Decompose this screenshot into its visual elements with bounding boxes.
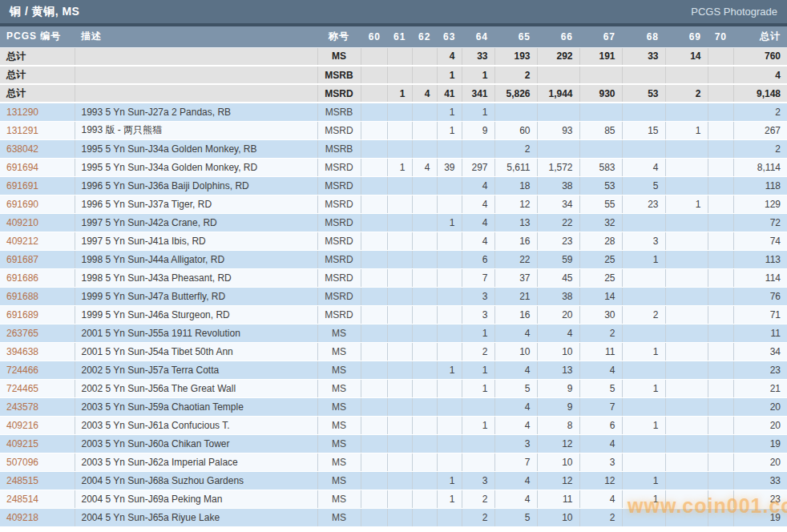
description-cell: [75, 84, 317, 103]
pcgs-number-link[interactable]: 394638: [0, 342, 75, 361]
summary-row: 总计MSRB1124: [0, 66, 787, 84]
designation-cell: MSRB: [317, 66, 361, 84]
grade-65-count-cell: 13: [494, 213, 537, 232]
grade-64-count-cell: 4: [462, 176, 494, 195]
grade-69-count-cell: [665, 103, 708, 121]
grade-63-count-cell: [437, 416, 462, 434]
grade-65-count-cell: 21: [494, 287, 537, 305]
grade-67-count-cell: 32: [579, 213, 622, 232]
total-count-cell: 2: [733, 139, 787, 158]
grade-60-count-cell: [361, 213, 387, 232]
designation-cell: MS: [317, 397, 361, 416]
grade-65-count-cell: 5: [494, 379, 537, 397]
pcgs-number-link[interactable]: 243578: [0, 397, 75, 416]
grade-63-count-cell: [437, 508, 462, 526]
pcgs-number-link[interactable]: 691689: [0, 305, 75, 324]
pcgs-number-link[interactable]: 638042: [0, 139, 75, 158]
pcgs-number-link[interactable]: 724466: [0, 361, 75, 379]
grade-70-count-cell: [708, 416, 733, 434]
designation-cell: MS: [317, 453, 361, 471]
pcgs-number-link[interactable]: 691686: [0, 268, 75, 287]
grade-61-count-cell: [387, 490, 412, 508]
designation-cell: MSRD: [317, 195, 361, 213]
description-cell: 2004 5 Yn Sun-J68a Suzhou Gardens: [75, 471, 317, 490]
pcgs-number-link[interactable]: 691688: [0, 287, 75, 305]
pcgs-number-link[interactable]: 131290: [0, 103, 75, 121]
grade-63-count-cell: 1: [437, 121, 462, 139]
grade-61-count-cell: [387, 379, 412, 397]
grade-69-count-cell: [665, 66, 708, 84]
table-row: 5070962003 5 Yn Sun-J62a Imperial Palace…: [0, 453, 787, 471]
total-count-cell: 74: [733, 232, 787, 250]
designation-cell: MSRD: [317, 121, 361, 139]
pcgs-number-link[interactable]: 248515: [0, 471, 75, 490]
grade-65-count-cell: 37: [494, 268, 537, 287]
pcgs-number-link[interactable]: 263765: [0, 324, 75, 342]
grade-67-count-cell: [579, 139, 622, 158]
pcgs-number-link[interactable]: 409215: [0, 434, 75, 453]
grade-68-count-cell: [622, 453, 665, 471]
total-count-cell: 8,114: [733, 158, 787, 176]
pcgs-photograde-link[interactable]: PCGS Photograde: [691, 6, 777, 18]
pcgs-number-link[interactable]: 691687: [0, 250, 75, 268]
grade-62-count-cell: [412, 121, 437, 139]
grade-62-count-cell: [412, 287, 437, 305]
grade-70-count-cell: [708, 103, 733, 121]
grade-67-count-cell: 25: [579, 250, 622, 268]
grade-70-count-cell: [708, 232, 733, 250]
pcgs-number-link[interactable]: 691690: [0, 195, 75, 213]
grade-66-count-cell: 59: [537, 250, 579, 268]
grade-63-count-cell: [437, 139, 462, 158]
grade-67-count-cell: 25: [579, 268, 622, 287]
grade-69-count-cell: [665, 305, 708, 324]
grade-62-count-cell: [412, 397, 437, 416]
grade-66-count-cell: 11: [537, 490, 579, 508]
total-count-cell: 760: [733, 47, 787, 66]
total-count-cell: 4: [733, 66, 787, 84]
grade-63-count-cell: [437, 342, 462, 361]
grade-69-count-cell: [665, 508, 708, 526]
description-cell: 2001 5 Yn Sun-J55a 1911 Revolution: [75, 324, 317, 342]
grade-61-count-cell: 1: [387, 84, 412, 103]
pcgs-number-link[interactable]: 507096: [0, 453, 75, 471]
description-cell: 2003 5 Yn Sun-J62a Imperial Palace: [75, 453, 317, 471]
designation-cell: MS: [317, 508, 361, 526]
grade-69-count-cell: [665, 342, 708, 361]
pcgs-number-link[interactable]: 409212: [0, 232, 75, 250]
pcgs-number-link[interactable]: 691694: [0, 158, 75, 176]
data-rows: 1312901993 5 Yn Sun-J27a 2 Pandas, RBMSR…: [0, 103, 787, 526]
grade-67-count-cell: 12: [579, 471, 622, 490]
table-row: 6916911996 5 Yn Sun-J36a Baiji Dolphins,…: [0, 176, 787, 195]
description-cell: 1995 5 Yn Sun-J34a Golden Monkey, RB: [75, 139, 317, 158]
pcgs-number-link[interactable]: 248514: [0, 490, 75, 508]
header-total: 总计: [733, 26, 787, 47]
pcgs-number-link[interactable]: 131291: [0, 121, 75, 139]
grade-70-count-cell: [708, 471, 733, 490]
header-grade-64: 64: [462, 26, 494, 47]
grade-60-count-cell: [361, 434, 387, 453]
pcgs-number-link[interactable]: 409210: [0, 213, 75, 232]
grade-67-count-cell: 14: [579, 287, 622, 305]
grade-64-count-cell: 9: [462, 121, 494, 139]
grade-70-count-cell: [708, 361, 733, 379]
grade-62-count-cell: [412, 305, 437, 324]
grade-64-count-cell: 2: [462, 342, 494, 361]
grade-68-count-cell: [622, 139, 665, 158]
total-count-cell: 2: [733, 103, 787, 121]
pcgs-number-link[interactable]: 409218: [0, 508, 75, 526]
grade-64-count-cell: 1: [462, 361, 494, 379]
pcgs-number-link[interactable]: 691691: [0, 176, 75, 195]
grade-64-count-cell: [462, 139, 494, 158]
table-row: 2485152004 5 Yn Sun-J68a Suzhou GardensM…: [0, 471, 787, 490]
grade-65-count-cell: 22: [494, 250, 537, 268]
pcgs-number-link[interactable]: 409216: [0, 416, 75, 434]
grade-69-count-cell: 1: [665, 121, 708, 139]
grade-69-count-cell: [665, 471, 708, 490]
table-row: 1312901993 5 Yn Sun-J27a 2 Pandas, RBMSR…: [0, 103, 787, 121]
pcgs-number-link[interactable]: 724465: [0, 379, 75, 397]
total-count-cell: 76: [733, 287, 787, 305]
grade-65-count-cell: 3: [494, 434, 537, 453]
grade-67-count-cell: [579, 103, 622, 121]
grade-66-count-cell: 13: [537, 361, 579, 379]
description-cell: 1995 5 Yn Sun-J34a Golden Monkey, RD: [75, 158, 317, 176]
